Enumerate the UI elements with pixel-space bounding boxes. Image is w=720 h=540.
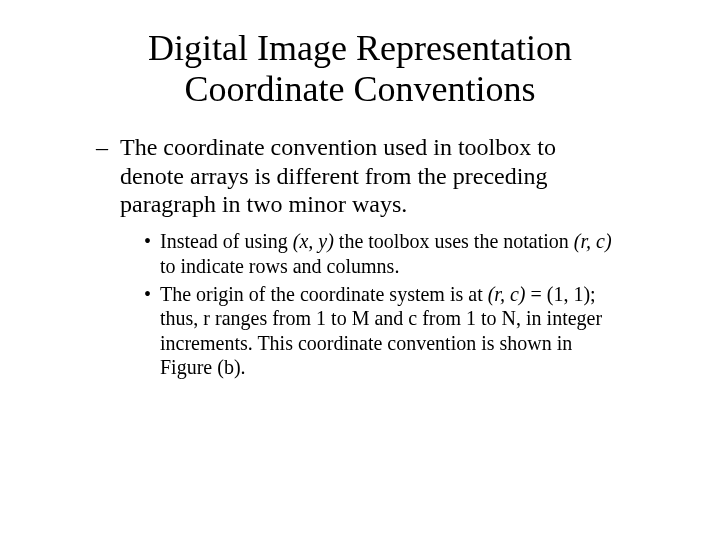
slide-title: Digital Image Representation Coordinate … [0,28,720,111]
subpoints: Instead of using (x, y) the toolbox uses… [96,229,624,379]
sub1-part-a: Instead of using [160,230,293,252]
bullet-main-text: The coordinate convention used in toolbo… [120,134,556,218]
sub2-italic-rc: (r, c) [488,283,526,305]
sub1-part-c: to indicate rows and columns. [160,255,399,277]
sub1-italic-rc: (r, c) [574,230,612,252]
slide: Digital Image Representation Coordinate … [0,0,720,540]
subpoint-1: Instead of using (x, y) the toolbox uses… [144,229,624,278]
slide-body: The coordinate convention used in toolbo… [0,133,720,380]
subpoint-2: The origin of the coordinate system is a… [144,282,624,380]
sub2-part-a: The origin of the coordinate system is a… [160,283,488,305]
sub1-part-b: the toolbox uses the notation [334,230,574,252]
title-line-1: Digital Image Representation [148,28,572,68]
sub1-italic-xy: (x, y) [293,230,334,252]
title-line-2: Coordinate Conventions [185,69,536,109]
bullet-main: The coordinate convention used in toolbo… [96,133,624,219]
